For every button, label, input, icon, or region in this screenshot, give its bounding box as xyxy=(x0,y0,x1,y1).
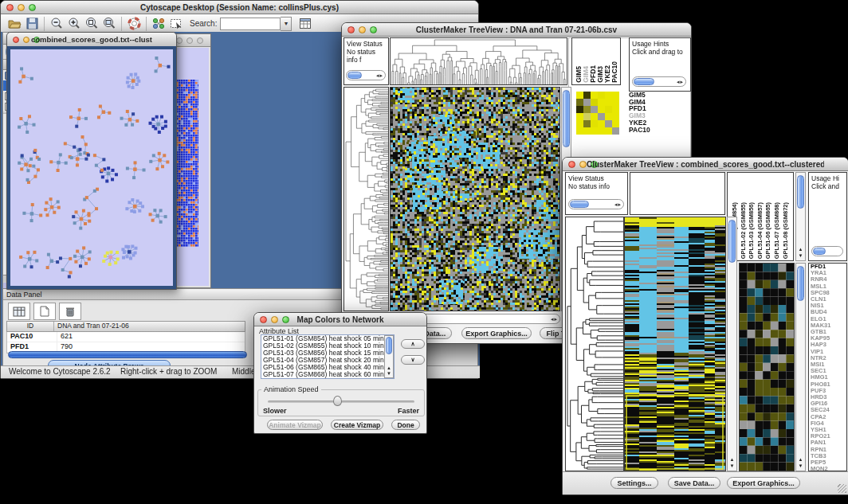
table-row[interactable]: PAC10621 xyxy=(7,332,245,342)
gene-list-item[interactable]: MON2 xyxy=(809,466,846,471)
row-dendrogram-panel[interactable] xyxy=(344,87,389,311)
attribute-list-item[interactable]: GPL51-07 (GSM868) heat shock 60 min xyxy=(261,371,394,378)
map-colors-titlebar[interactable]: Map Colors to Network xyxy=(254,313,426,326)
global-heatmap-canvas[interactable] xyxy=(625,217,725,471)
close-button[interactable] xyxy=(13,37,19,43)
column-label[interactable]: GPL51-07 (GSM868) xyxy=(773,202,780,259)
table-report-icon[interactable] xyxy=(296,16,314,32)
similarity-matrix-cell[interactable] xyxy=(598,113,605,120)
network-view-titlebar[interactable]: combined_scores_good.txt--cluste... xyxy=(7,33,176,47)
select-attributes-icon[interactable] xyxy=(8,303,30,320)
view-status-hscrollbar[interactable]: ◂▸ xyxy=(568,199,624,209)
column-label[interactable]: GPL51-08 (GSM872) xyxy=(782,202,789,259)
similarity-matrix-cell[interactable] xyxy=(591,127,598,135)
new-attribute-icon[interactable] xyxy=(33,303,56,320)
column-label[interactable]: GPL51-06 (GSM865) xyxy=(764,202,771,259)
close-button[interactable] xyxy=(568,161,575,168)
attribute-listbox[interactable]: GPL51-01 (GSM854) heat shock 05 minGPL51… xyxy=(261,334,395,379)
similarity-matrix-cell[interactable] xyxy=(598,92,605,99)
similarity-matrix-cell[interactable] xyxy=(605,99,612,106)
help-lifesaver-icon[interactable] xyxy=(125,16,143,32)
delete-attribute-trash-icon[interactable] xyxy=(59,303,81,320)
row-dendrogram-panel[interactable] xyxy=(565,217,624,471)
move-down-button[interactable]: ∨ xyxy=(401,355,425,365)
search-input[interactable] xyxy=(220,18,281,30)
minimize-button[interactable] xyxy=(186,37,193,44)
zoom-vscrollbar[interactable]: ▲▼ xyxy=(795,263,806,471)
similarity-matrix-cell[interactable] xyxy=(598,99,605,106)
similarity-matrix-cell[interactable] xyxy=(605,113,612,120)
cytoscape-titlebar[interactable]: Cytoscape Desktop (Session Name: collins… xyxy=(1,1,478,14)
network-nodes-icon[interactable] xyxy=(150,16,167,32)
similarity-matrix-cell[interactable] xyxy=(612,120,619,127)
similarity-matrix-cell[interactable] xyxy=(576,99,583,106)
export-graphics-button[interactable]: Export Graphics... xyxy=(727,477,800,489)
heatmap-canvas[interactable] xyxy=(391,88,559,311)
similarity-matrix-cell[interactable] xyxy=(591,92,598,99)
similarity-matrix-cell[interactable] xyxy=(612,113,619,120)
row-dendrogram-canvas[interactable] xyxy=(566,217,623,471)
save-icon[interactable] xyxy=(23,16,41,32)
column-label[interactable]: GPL51-04 (GSM857) xyxy=(756,202,764,259)
speed-slider-thumb[interactable] xyxy=(333,396,342,406)
similarity-matrix-cell[interactable] xyxy=(583,92,591,99)
grid-network-canvas[interactable] xyxy=(176,80,198,247)
similarity-matrix-cell[interactable] xyxy=(583,106,591,113)
similarity-matrix-cell[interactable] xyxy=(576,113,583,120)
column-dendrogram-canvas[interactable] xyxy=(391,38,567,84)
search-combobox[interactable]: ▼ xyxy=(220,17,292,31)
gene-list-panel[interactable]: PFD1YRA1RNR4MSL1SPC98CLN1NIS1BUD4ELG1MAK… xyxy=(808,263,847,471)
similarity-matrix-cell[interactable] xyxy=(605,127,612,135)
similarity-matrix-cell[interactable] xyxy=(583,113,591,120)
similarity-matrix-cell[interactable] xyxy=(576,127,583,135)
treeview-dna-titlebar[interactable]: ClusterMaker TreeView : DNA and Tran 07-… xyxy=(342,23,691,37)
close-button[interactable] xyxy=(347,26,355,33)
annotation-select-icon[interactable] xyxy=(167,16,185,32)
background-network-view[interactable] xyxy=(175,48,209,286)
similarity-matrix-cell[interactable] xyxy=(598,106,605,113)
global-vscrollbar[interactable]: ▲▼ xyxy=(727,217,737,471)
view-status-hscrollbar[interactable]: ◂▸ xyxy=(346,70,386,80)
zoom-heatmap-canvas[interactable] xyxy=(740,264,794,471)
column-dendrogram-panel[interactable] xyxy=(390,37,567,85)
zoom-out-icon[interactable] xyxy=(48,16,65,32)
network-view-canvas[interactable] xyxy=(10,49,171,286)
move-up-button[interactable]: ∧ xyxy=(401,339,425,349)
minimize-button[interactable] xyxy=(23,37,29,43)
similarity-matrix-cell[interactable] xyxy=(605,106,612,113)
similarity-matrix-cell[interactable] xyxy=(612,99,619,106)
usage-hints-hscrollbar[interactable] xyxy=(811,246,843,256)
close-button[interactable] xyxy=(176,37,183,44)
row-label[interactable]: PAC10 xyxy=(629,127,685,134)
similarity-matrix-cell[interactable] xyxy=(605,92,612,99)
column-label[interactable]: GPL51-02 (GSM855) xyxy=(740,202,747,259)
attribute-list-vscrollbar[interactable]: ▲▼ xyxy=(384,335,394,378)
data-panel-hscrollbar[interactable] xyxy=(8,351,247,358)
similarity-matrix-thumbnail[interactable] xyxy=(576,92,619,135)
similarity-matrix-cell[interactable] xyxy=(591,120,598,127)
global-heatmap-panel[interactable] xyxy=(624,217,726,471)
row-labels-panel[interactable]: GIM5GIM4PFD1GIM3YKE2PAC10 xyxy=(629,92,685,133)
column-header-id[interactable]: ID xyxy=(7,322,54,331)
done-button[interactable]: Done xyxy=(391,420,420,430)
minimize-button[interactable] xyxy=(18,4,25,11)
export-graphics-button[interactable]: Export Graphics... xyxy=(461,327,532,339)
minimize-button[interactable] xyxy=(271,316,278,323)
zoom-in-icon[interactable] xyxy=(65,16,83,32)
search-dropdown-arrow-icon[interactable]: ▼ xyxy=(281,17,292,31)
similarity-matrix-cell[interactable] xyxy=(576,92,583,99)
similarity-matrix-cell[interactable] xyxy=(576,106,583,113)
zoom-selected-icon[interactable] xyxy=(83,16,100,32)
column-dendrogram-panel[interactable] xyxy=(630,172,725,215)
close-button[interactable] xyxy=(260,316,267,323)
similarity-matrix-cell[interactable] xyxy=(612,106,619,113)
similarity-matrix-cell[interactable] xyxy=(583,120,591,127)
similarity-matrix-cell[interactable] xyxy=(576,120,583,127)
column-label[interactable]: GPL51-03 (GSM856) xyxy=(748,202,755,259)
treeview-combined-titlebar[interactable]: ClusterMaker TreeView : combined_scores_… xyxy=(563,158,848,171)
close-button[interactable] xyxy=(6,4,14,11)
similarity-matrix-cell[interactable] xyxy=(598,127,605,135)
resize-grip[interactable] xyxy=(838,484,846,493)
column-labels-vscrollbar[interactable]: ▲▼ xyxy=(795,172,806,261)
settings-button[interactable]: Settings... xyxy=(610,477,658,489)
